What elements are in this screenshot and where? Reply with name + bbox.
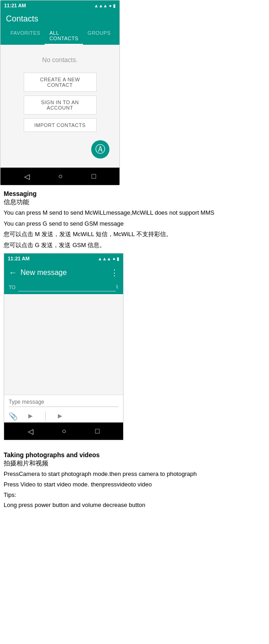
attach-icon[interactable]: 📎 bbox=[9, 412, 18, 421]
messaging-heading: Messaging bbox=[4, 190, 265, 197]
taking-photos-section: Taking photographs and videos 拍摄相片和视频 Pr… bbox=[0, 444, 269, 510]
messaging-chinese2: 您可以点击 G 发送，发送 GSM 信息。 bbox=[4, 241, 265, 250]
status-time: 11:21 AM bbox=[4, 3, 26, 8]
msg-status-time: 11:21 AM bbox=[8, 256, 30, 261]
tab-favorites[interactable]: FAVORITES bbox=[6, 27, 45, 45]
tab-groups[interactable]: GROUPS bbox=[83, 27, 115, 45]
taking-photos-body2: Press Video to start video mode. thenpre… bbox=[4, 480, 265, 490]
messaging-body2: You can press G send to send GSM message bbox=[4, 219, 265, 228]
taking-photos-chinese: 拍摄相片和视频 bbox=[4, 459, 265, 468]
import-contacts-button[interactable]: IMPORT CONTACTS bbox=[24, 118, 97, 132]
msg-recents-nav-icon[interactable]: □ bbox=[95, 427, 100, 435]
tab-all-contacts[interactable]: ALL CONTACTS bbox=[45, 27, 83, 45]
messaging-text-section: Messaging 信息功能 You can press M send to s… bbox=[0, 185, 269, 249]
add-contact-icon: Ⓐ bbox=[95, 143, 105, 156]
no-contacts-text: No contacts. bbox=[42, 56, 78, 63]
contacts-body: No contacts. CREATE A NEW CONTACT SIGN I… bbox=[0, 45, 119, 168]
contacts-header: Contacts FAVORITES ALL CONTACTS GROUPS bbox=[0, 11, 119, 45]
messaging-body1: You can press M send to send McWiLLmessa… bbox=[4, 208, 265, 217]
sign-in-account-button[interactable]: SIGN IN TO AN ACCOUNT bbox=[24, 95, 97, 115]
signal-icon: ▲▲▲ bbox=[94, 3, 108, 8]
message-body-area bbox=[4, 294, 123, 395]
add-contact-fab[interactable]: Ⓐ bbox=[91, 140, 109, 158]
status-icons: ▲▲▲ ● ▮ bbox=[94, 3, 116, 8]
messaging-chinese1: 您可以点击 M 发送，发送 McWiLL 短信，McWiLL 不支持彩信。 bbox=[4, 230, 265, 239]
taking-photos-body1: PressCamera to start photograph mode.the… bbox=[4, 470, 265, 479]
contacts-phone-frame: 11:21 AM ▲▲▲ ● ▮ Contacts FAVORITES ALL … bbox=[0, 0, 120, 185]
taking-photos-tips: Tips: bbox=[4, 491, 265, 500]
battery-icon: ▮ bbox=[113, 3, 116, 8]
more-options-icon[interactable]: ⋮ bbox=[110, 268, 119, 278]
taking-photos-heading: Taking photographs and videos bbox=[4, 451, 265, 459]
back-arrow-icon[interactable]: ← bbox=[9, 268, 17, 278]
send-gsm-icon[interactable]: ► bbox=[57, 412, 64, 420]
msg-battery-icon: ▮ bbox=[117, 256, 119, 261]
messaging-chinese: 信息功能 bbox=[4, 198, 265, 206]
msg-status-icons: ▲▲▲ ● ▮ bbox=[98, 256, 119, 261]
contacts-tabs: FAVORITES ALL CONTACTS GROUPS bbox=[6, 27, 114, 45]
create-new-contact-button[interactable]: CREATE A NEW CONTACT bbox=[24, 73, 97, 92]
message-to-bar: TO ♮ bbox=[4, 282, 123, 294]
action-divider bbox=[45, 412, 46, 421]
msg-signal-icon: ▲▲▲ bbox=[98, 256, 111, 261]
recents-nav-icon[interactable]: □ bbox=[92, 172, 96, 180]
type-message-input[interactable] bbox=[9, 399, 119, 407]
msg-back-nav-icon[interactable]: ◁ bbox=[28, 427, 33, 436]
taking-photos-body3: Long press power button and volume decre… bbox=[4, 501, 265, 510]
to-label: TO bbox=[9, 285, 16, 290]
message-footer: 📎 ► ► bbox=[4, 395, 123, 422]
wifi-icon: ● bbox=[109, 3, 112, 8]
msg-wifi-icon: ● bbox=[113, 256, 115, 261]
home-nav-icon[interactable]: ○ bbox=[58, 172, 63, 180]
send-mcwill-icon[interactable]: ► bbox=[27, 412, 34, 420]
message-input-row bbox=[4, 395, 123, 410]
nav-bar: ◁ ○ □ bbox=[0, 168, 119, 185]
msg-home-nav-icon[interactable]: ○ bbox=[62, 427, 67, 435]
msg-status-bar: 11:21 AM ▲▲▲ ● ▮ bbox=[4, 253, 123, 264]
new-message-title: New message bbox=[21, 269, 107, 277]
contacts-title: Contacts bbox=[6, 14, 114, 24]
message-actions: 📎 ► ► bbox=[4, 410, 123, 422]
message-header: ← New message ⋮ bbox=[4, 264, 123, 282]
add-recipient-icon[interactable]: ♮ bbox=[116, 283, 119, 291]
back-nav-icon[interactable]: ◁ bbox=[24, 172, 30, 181]
messaging-phone-frame: 11:21 AM ▲▲▲ ● ▮ ← New message ⋮ TO ♮ bbox=[4, 253, 124, 440]
msg-nav-bar: ◁ ○ □ bbox=[4, 422, 123, 440]
to-input[interactable] bbox=[18, 283, 116, 291]
status-bar: 11:21 AM ▲▲▲ ● ▮ bbox=[0, 0, 119, 11]
